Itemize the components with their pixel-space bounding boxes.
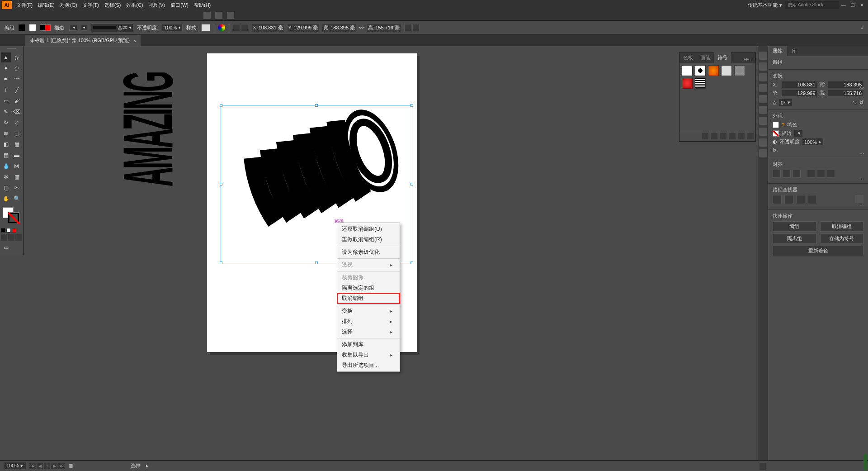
free-transform-tool-icon[interactable]: ⬚	[12, 128, 22, 138]
align-vcenter-icon[interactable]	[817, 170, 825, 178]
symbols-tab[interactable]: 符号	[714, 52, 731, 63]
symbol-item[interactable]	[734, 65, 745, 76]
symbol-item[interactable]	[708, 65, 719, 76]
next-artboard-icon[interactable]: ▶	[51, 463, 57, 469]
symbol-sprayer-tool-icon[interactable]: ✲	[1, 172, 11, 182]
stroke-swatch[interactable]	[773, 130, 779, 137]
section-more-icon[interactable]: ⋯	[859, 103, 865, 109]
paintbrush-tool-icon[interactable]: 🖌	[12, 96, 22, 106]
ctx-redo-ungroup[interactable]: 重做取消编组(R)	[337, 234, 400, 245]
draw-inside-icon[interactable]	[15, 234, 22, 241]
rectangle-tool-icon[interactable]: ▭	[1, 96, 11, 106]
menu-select[interactable]: 选择(S)	[102, 1, 124, 10]
pathfinder-exclude-icon[interactable]	[808, 195, 817, 204]
shape-icon[interactable]	[404, 24, 411, 31]
appearance-panel-icon[interactable]	[759, 106, 767, 114]
prev-artboard-icon[interactable]: ◀	[37, 463, 43, 469]
transform-icon[interactable]	[241, 24, 248, 31]
lasso-tool-icon[interactable]: ◌	[12, 63, 22, 73]
stroke-color-icon[interactable]	[8, 213, 19, 224]
color-red[interactable]	[12, 228, 16, 233]
artboards-panel-icon[interactable]	[759, 149, 767, 157]
transform-panel-icon[interactable]	[412, 24, 420, 31]
artboard-tool-icon[interactable]: ▢	[1, 183, 11, 193]
last-artboard-icon[interactable]: ⏭	[58, 463, 65, 469]
color-panel-icon[interactable]	[759, 52, 767, 60]
section-more-icon[interactable]: ⋯	[859, 176, 865, 182]
artboard-nav-icon[interactable]: ▦	[68, 463, 73, 469]
symbol-item[interactable]	[721, 65, 732, 76]
line-tool-icon[interactable]: ╱	[12, 85, 22, 95]
mesh-tool-icon[interactable]: ▤	[1, 150, 11, 160]
y-field[interactable]: Y:129.999 毫	[288, 24, 319, 32]
gpu-icon[interactable]	[227, 12, 234, 19]
width-tool-icon[interactable]: ≋	[1, 128, 11, 138]
recolor-button[interactable]: 重新着色	[773, 246, 863, 256]
symbols-panel[interactable]: 色板 画笔 符号 ▸▸≡	[679, 52, 756, 142]
opacity-dropdown[interactable]: 100%▾	[162, 24, 183, 31]
draw-normal-icon[interactable]	[1, 234, 7, 241]
fill-stroke-control[interactable]	[1, 206, 22, 227]
maximize-icon[interactable]: ☐	[848, 2, 857, 8]
arrange-docs-icon[interactable]	[215, 12, 222, 19]
place-symbol-icon[interactable]	[711, 133, 717, 139]
stroke-swatch-icon[interactable]	[29, 24, 36, 31]
section-more-icon[interactable]: ⋯	[859, 203, 865, 209]
menu-type[interactable]: 文字(T)	[80, 1, 102, 10]
no-stroke-icon[interactable]	[40, 24, 51, 31]
ungroup-button[interactable]: 取消编组	[820, 221, 864, 232]
break-link-icon[interactable]	[720, 133, 726, 139]
hand-tool-icon[interactable]: ✋	[1, 194, 11, 204]
panel-collapse-icon[interactable]: ▸▸	[744, 56, 749, 62]
vscroll-stub-icon[interactable]	[760, 463, 766, 470]
magic-wand-tool-icon[interactable]: ✦	[1, 63, 11, 73]
prop-x-field[interactable]: 108.831	[782, 81, 817, 88]
home-icon[interactable]	[203, 12, 211, 19]
ctx-undo-ungroup[interactable]: 还原取消编组(U)	[337, 224, 400, 234]
brushes-tab[interactable]: 画笔	[697, 52, 714, 63]
direct-selection-tool-icon[interactable]: ▷	[12, 52, 22, 62]
menu-effect[interactable]: 效果(C)	[123, 1, 146, 10]
angle-field[interactable]: 0°▾	[779, 99, 792, 106]
blend-tool-icon[interactable]: ⋈	[12, 161, 22, 171]
color-black[interactable]	[1, 228, 5, 233]
stock-search-input[interactable]: 搜索 Adobe Stock	[785, 1, 839, 9]
ctx-transform[interactable]: 变换▸	[337, 306, 400, 316]
transparency-panel-icon[interactable]	[759, 95, 767, 103]
ctx-ungroup[interactable]: 取消编组	[337, 293, 400, 304]
color-guide-icon[interactable]	[759, 62, 767, 71]
minimize-icon[interactable]: —	[839, 2, 848, 8]
menu-view[interactable]: 视图(V)	[146, 1, 168, 10]
swatches-tab[interactable]: 色板	[679, 52, 697, 63]
pathfinder-minus-icon[interactable]	[784, 195, 793, 204]
prop-y-field[interactable]: 129.999	[782, 90, 817, 96]
menu-file[interactable]: 文件(F)	[14, 1, 35, 10]
brush-dropdown[interactable]: 基本▾	[91, 24, 133, 32]
stroke-weight-dropdown[interactable]: ▾	[69, 25, 77, 31]
align-top-icon[interactable]	[807, 170, 815, 178]
symbol-lib-icon[interactable]	[702, 133, 708, 139]
stroke-panel-icon[interactable]	[759, 73, 767, 81]
ctx-add-to-library[interactable]: 添加到库	[337, 339, 400, 350]
first-artboard-icon[interactable]: ⏮	[29, 463, 36, 469]
opacity-field[interactable]: 100%▸	[802, 138, 823, 145]
align-icon[interactable]	[233, 24, 240, 31]
canvas-area[interactable]: AMAZING	[24, 46, 758, 460]
scale-tool-icon[interactable]: ⤢	[12, 118, 22, 128]
symbol-item[interactable]	[695, 78, 706, 89]
gradient-tool-icon[interactable]: ▬	[12, 150, 22, 160]
h-field[interactable]: 高:155.716 毫	[367, 24, 401, 32]
asset-export-icon[interactable]	[759, 138, 767, 147]
eyedropper-tool-icon[interactable]: 💧	[1, 161, 11, 171]
group-button[interactable]: 编组	[773, 221, 816, 232]
isolate-button[interactable]: 隔离组	[773, 233, 816, 244]
panel-grip-icon[interactable]	[1, 48, 22, 52]
perspective-tool-icon[interactable]: ▦	[12, 139, 22, 149]
recolor-icon[interactable]	[218, 24, 225, 31]
symbol-item[interactable]	[682, 78, 693, 89]
symbol-item[interactable]	[695, 65, 706, 76]
menu-edit[interactable]: 编辑(E)	[35, 1, 57, 10]
align-left-icon[interactable]	[773, 170, 781, 178]
stroke-weight-field[interactable]: ▾	[794, 130, 802, 137]
style-swatch[interactable]	[201, 24, 210, 31]
